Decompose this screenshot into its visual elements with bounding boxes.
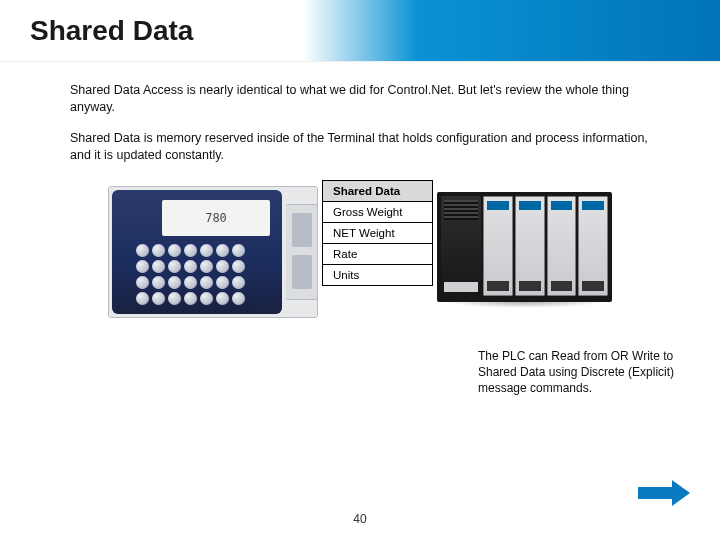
shared-data-table: Shared Data Gross Weight NET Weight Rate…	[322, 180, 433, 286]
table-row: Gross Weight	[323, 201, 433, 222]
terminal-device-image: 780	[108, 186, 318, 318]
table-row: Rate	[323, 243, 433, 264]
title-bar: Shared Data	[0, 0, 720, 62]
paragraph-2: Shared Data is memory reserved inside of…	[70, 130, 665, 164]
table-row: NET Weight	[323, 222, 433, 243]
terminal-keypad	[136, 244, 245, 305]
plc-device-image	[437, 192, 612, 302]
paragraph-1: Shared Data Access is nearly identical t…	[70, 82, 665, 116]
mid-row: 780 Shared Data Gross Weight NET Weight …	[0, 178, 720, 318]
plc-caption: The PLC can Read from OR Write to Shared…	[478, 348, 676, 397]
next-arrow-icon[interactable]	[638, 480, 692, 506]
terminal-display: 780	[162, 200, 270, 236]
table-row: Units	[323, 264, 433, 285]
slide-title: Shared Data	[30, 15, 193, 47]
page-number: 40	[0, 512, 720, 526]
table-header: Shared Data	[323, 180, 433, 201]
body-text: Shared Data Access is nearly identical t…	[0, 62, 720, 164]
